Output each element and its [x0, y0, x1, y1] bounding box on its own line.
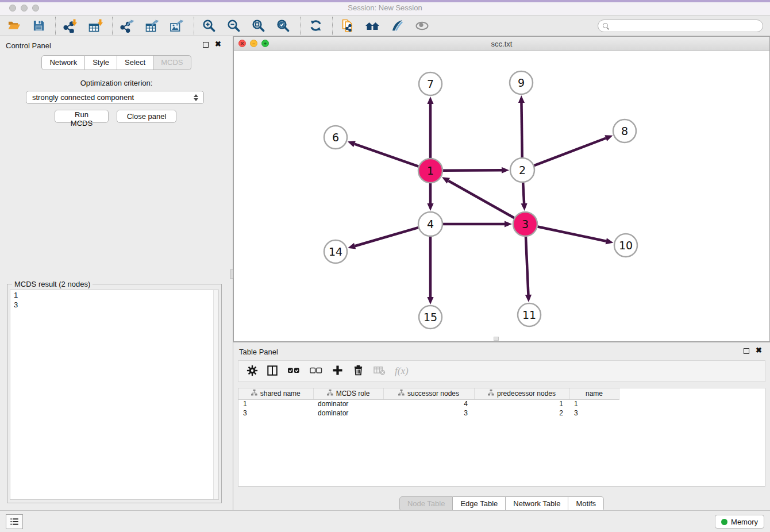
tab-mcds[interactable]: MCDS: [153, 55, 191, 70]
dropdown-stepper-icon: [192, 93, 199, 102]
import-network-button[interactable]: [61, 17, 80, 34]
table-cell[interactable]: 1: [238, 399, 313, 408]
graph-node-1[interactable]: 1: [418, 159, 442, 183]
zoom-in-button[interactable]: [200, 17, 218, 34]
horizontal-splitter-handle[interactable]: [494, 337, 499, 341]
float-panel-icon[interactable]: [203, 42, 209, 48]
network-window-titlebar[interactable]: ✕ – + scc.txt: [234, 37, 769, 51]
graph-edge-1-4[interactable]: [427, 183, 433, 211]
import-table-icon: [88, 19, 103, 33]
svg-text:2: 2: [519, 164, 526, 176]
search-box[interactable]: [598, 20, 763, 32]
column-header-successor-nodes[interactable]: successor nodes: [383, 388, 474, 399]
close-panel-button[interactable]: Close panel: [117, 110, 176, 123]
export-table-button[interactable]: [143, 17, 161, 34]
table-cell[interactable]: 2: [474, 408, 569, 418]
create-column-button[interactable]: [332, 364, 344, 378]
tab-network[interactable]: Network: [41, 55, 85, 70]
graph-edge-1-7[interactable]: [427, 97, 433, 158]
table-tabs: Node TableEdge TableNetwork TableMotifs: [233, 496, 770, 511]
zoom-selected-button[interactable]: [274, 17, 292, 34]
table-cell[interactable]: 1: [569, 399, 619, 408]
export-network-button[interactable]: [118, 17, 137, 34]
graph-edge-3-1[interactable]: [442, 177, 514, 218]
task-history-button[interactable]: [6, 514, 23, 529]
result-scrollbar[interactable]: [213, 290, 218, 499]
graph-edge-4-14[interactable]: [348, 228, 418, 249]
zoom-out-button[interactable]: [225, 17, 243, 34]
tab-select[interactable]: Select: [117, 55, 153, 70]
tab-style[interactable]: Style: [85, 55, 117, 70]
graph-node-10[interactable]: 10: [614, 234, 637, 257]
tab-node-table[interactable]: Node Table: [399, 496, 453, 511]
graph-node-4[interactable]: 4: [418, 212, 442, 236]
graph-node-11[interactable]: 11: [518, 303, 541, 326]
network-graph[interactable]: 7968124314101511: [234, 51, 769, 341]
tab-motifs[interactable]: Motifs: [568, 496, 604, 511]
float-table-panel-icon[interactable]: [744, 348, 749, 354]
graph-node-9[interactable]: 9: [510, 71, 533, 94]
visual-style-icon: [391, 19, 404, 32]
table-settings-button[interactable]: [247, 365, 258, 378]
graph-edge-1-2[interactable]: [443, 167, 509, 174]
table-cell[interactable]: dominator: [313, 408, 383, 418]
close-panel-icon[interactable]: ✖: [215, 40, 221, 48]
graph-edge-3-10[interactable]: [538, 227, 614, 245]
graph-node-6[interactable]: 6: [324, 126, 347, 149]
export-image-button[interactable]: [168, 17, 186, 34]
table-cell[interactable]: 1: [474, 399, 569, 408]
visual-style-button[interactable]: [388, 17, 406, 34]
criterion-dropdown[interactable]: strongly connected component: [26, 91, 204, 104]
table-row[interactable]: 3dominator323: [238, 408, 619, 418]
close-table-panel-icon[interactable]: ✖: [756, 346, 762, 354]
graph-edge-2-3[interactable]: [521, 183, 527, 211]
column-header-MCDS-role[interactable]: MCDS role: [313, 388, 383, 399]
column-header-name[interactable]: name: [569, 388, 619, 399]
tab-edge-table[interactable]: Edge Table: [453, 496, 506, 511]
select-all-columns-icon: [287, 365, 301, 378]
zoom-fit-button[interactable]: [249, 17, 268, 34]
graph-node-15[interactable]: 15: [419, 306, 442, 329]
table-row[interactable]: 1dominator411: [238, 399, 619, 408]
graph-node-14[interactable]: 14: [324, 240, 347, 263]
table-cell[interactable]: 3: [238, 408, 313, 418]
table-cell[interactable]: 3: [383, 408, 474, 418]
graph-edge-4-15[interactable]: [427, 237, 433, 304]
column-header-shared-name[interactable]: shared name: [238, 388, 313, 399]
nested-network-button[interactable]: [363, 17, 382, 34]
network-window-title: scc.txt: [234, 40, 769, 48]
split-pane-button[interactable]: [267, 365, 278, 378]
graph-node-7[interactable]: 7: [419, 72, 442, 95]
table-cell[interactable]: dominator: [313, 399, 383, 408]
tab-network-table[interactable]: Network Table: [506, 496, 568, 511]
control-panel-title: Control Panel: [6, 41, 51, 50]
import-table-button[interactable]: [86, 17, 105, 34]
graph-node-8[interactable]: 8: [613, 119, 636, 142]
clone-network-button[interactable]: [338, 17, 357, 34]
graphics-details-button[interactable]: [413, 17, 431, 34]
main-titlebar: Session: New Session: [0, 0, 770, 16]
run-mcds-button[interactable]: Run MCDS: [55, 110, 109, 123]
save-session-button[interactable]: [29, 17, 48, 34]
graph-edge-4-3[interactable]: [443, 221, 512, 227]
apply-layout-button[interactable]: [306, 17, 325, 34]
graph-node-3[interactable]: 3: [513, 212, 537, 236]
unselect-all-columns-button[interactable]: [309, 365, 323, 378]
memory-button[interactable]: Memory: [715, 515, 764, 529]
column-header-predecessor-nodes[interactable]: predecessor nodes: [474, 388, 569, 399]
delete-column-button[interactable]: [352, 364, 364, 378]
graph-edge-1-6[interactable]: [348, 141, 418, 166]
select-all-columns-button[interactable]: [287, 365, 301, 378]
zoom-out-icon: [227, 19, 241, 33]
network-canvas[interactable]: 7968124314101511: [234, 51, 769, 341]
graph-edge-2-9[interactable]: [518, 95, 525, 157]
table-cell[interactable]: 4: [383, 399, 474, 408]
graph-edge-2-8[interactable]: [534, 135, 613, 165]
network-view-window: ✕ – + scc.txt 7968124314101511: [233, 36, 770, 342]
open-session-button[interactable]: [5, 17, 23, 34]
graph-edge-3-11[interactable]: [525, 237, 532, 302]
mcds-result-list[interactable]: 13: [10, 290, 219, 500]
search-input[interactable]: [608, 21, 763, 31]
graph-node-2[interactable]: 2: [510, 158, 534, 182]
table-cell[interactable]: 3: [569, 408, 619, 418]
